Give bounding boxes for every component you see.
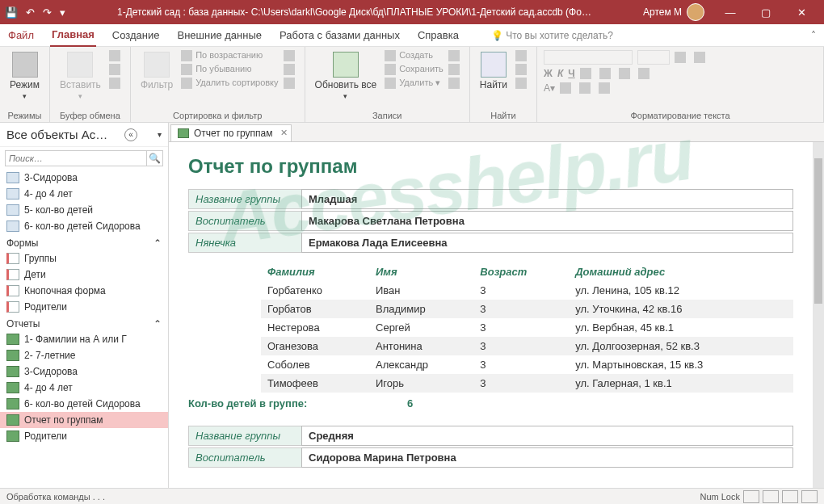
align-left-icon[interactable] xyxy=(580,68,591,79)
highlight-icon[interactable] xyxy=(560,82,571,94)
cut-button[interactable] xyxy=(109,50,124,61)
format-painter-button[interactable] xyxy=(109,78,124,89)
nav-category-reports[interactable]: Отчеты⌃ xyxy=(0,315,168,331)
nav-search-input[interactable] xyxy=(6,151,146,166)
report-icon xyxy=(6,334,19,345)
document-tab[interactable]: Отчет по группам ✕ xyxy=(170,124,292,141)
abc-icon xyxy=(448,64,460,75)
nav-report-item[interactable]: 6- кол-во детей Сидорова xyxy=(0,396,168,412)
value-educator: Сидорова Марина Петровна xyxy=(301,447,793,468)
paste-icon xyxy=(67,52,93,78)
indent-dec-icon[interactable] xyxy=(675,52,686,63)
view-report-icon[interactable] xyxy=(743,490,759,503)
view-print-icon[interactable] xyxy=(763,490,779,503)
nav-report-item[interactable]: 2- 7-летние xyxy=(0,347,168,363)
nav-form-item[interactable]: Дети xyxy=(0,267,168,283)
save-record-button[interactable]: Сохранить xyxy=(385,64,444,75)
bold-button[interactable]: Ж xyxy=(544,68,553,79)
nav-report-item[interactable]: 3-Сидорова xyxy=(0,363,168,380)
query-icon xyxy=(6,188,19,200)
nav-query-item[interactable]: 3-Сидорова xyxy=(0,170,168,186)
avatar[interactable] xyxy=(687,3,704,21)
tab-file[interactable]: Файл xyxy=(6,24,36,46)
minimize-button[interactable]: — xyxy=(713,0,748,24)
tab-create[interactable]: Создание xyxy=(111,24,162,46)
nav-title[interactable]: Все объекты Ac… xyxy=(6,128,107,141)
selection-filter-button[interactable] xyxy=(284,50,298,61)
nav-query-item[interactable]: 4- до 4 лет xyxy=(0,186,168,202)
tab-home[interactable]: Главная xyxy=(50,23,96,47)
nav-query-item[interactable]: 5- кол-во детей xyxy=(0,202,168,218)
new-record-button[interactable]: Создать xyxy=(385,50,444,61)
nav-report-item[interactable]: Отчет по группам xyxy=(0,412,168,428)
tab-external-data[interactable]: Внешние данные xyxy=(175,24,263,46)
toggle-filter-button[interactable] xyxy=(284,78,298,89)
filter-button[interactable]: Фильтр xyxy=(137,50,176,92)
sort-clear-button[interactable]: Удалить сортировку xyxy=(181,78,278,89)
delete-record-button[interactable]: Удалить ▾ xyxy=(385,78,444,89)
font-color-button[interactable]: A▾ xyxy=(544,82,555,94)
font-size-box[interactable] xyxy=(637,50,670,65)
view-design-icon[interactable] xyxy=(801,490,818,503)
tab-help[interactable]: Справка xyxy=(416,24,460,46)
nav-query-item[interactable]: 6- кол-во детей Сидорова xyxy=(0,218,168,234)
collapse-icon: ⌃ xyxy=(153,318,162,330)
underline-button[interactable]: Ч xyxy=(568,68,574,79)
qat-redo-icon[interactable]: ↷ xyxy=(43,6,52,19)
sort-desc-button[interactable]: По убыванию xyxy=(181,64,278,75)
report-icon xyxy=(6,366,19,377)
label-group-name: Название группы xyxy=(188,426,301,446)
align-center-icon[interactable] xyxy=(599,68,611,79)
select-button[interactable] xyxy=(515,78,530,89)
close-tab-icon[interactable]: ✕ xyxy=(280,128,288,138)
spelling-button[interactable] xyxy=(448,64,463,75)
italic-button[interactable]: К xyxy=(557,68,563,79)
nav-category-forms[interactable]: Формы⌃ xyxy=(0,234,168,250)
totals-button[interactable] xyxy=(448,50,463,61)
fill-icon[interactable] xyxy=(579,82,591,94)
nav-form-item[interactable]: Родители xyxy=(0,299,168,315)
ribbon-tabs: Файл Главная Создание Внешние данные Раб… xyxy=(0,24,824,47)
nav-form-item[interactable]: Группы xyxy=(0,250,168,267)
nav-search[interactable]: 🔍 xyxy=(5,150,163,166)
qat-save-icon[interactable]: 💾 xyxy=(5,6,18,19)
sort-asc-button[interactable]: По возрастанию xyxy=(181,50,278,61)
paste-button[interactable]: Вставить▾ xyxy=(57,50,104,102)
user-name[interactable]: Артем М xyxy=(643,6,682,18)
qat-undo-icon[interactable]: ↶ xyxy=(26,6,35,19)
find-button[interactable]: Найти xyxy=(477,50,511,92)
align-icon[interactable] xyxy=(599,82,610,94)
copy-button[interactable] xyxy=(109,64,124,75)
align-right-icon[interactable] xyxy=(619,68,630,79)
more-records-button[interactable] xyxy=(448,78,463,89)
nav-report-item[interactable]: 1- Фамилии на А или Г xyxy=(0,331,168,347)
goto-button[interactable] xyxy=(515,64,530,75)
sort-asc-icon xyxy=(181,50,192,61)
nav-collapse-icon[interactable]: « xyxy=(124,128,137,141)
table-row: НестероваСергей3ул. Вербная, 45 кв.1 xyxy=(261,318,793,337)
font-name-box[interactable] xyxy=(544,50,633,65)
nav-form-item[interactable]: Кнопочная форма xyxy=(0,283,168,299)
close-button[interactable]: ✕ xyxy=(784,0,819,24)
tell-me[interactable]: 💡 Что вы хотите сделать? xyxy=(491,30,797,41)
search-icon[interactable]: 🔍 xyxy=(146,151,162,166)
scrollbar-thumb[interactable] xyxy=(814,158,822,304)
nav-report-item[interactable]: 4- до 4 лет xyxy=(0,380,168,396)
qat-more-icon[interactable]: ▾ xyxy=(60,6,65,19)
ribbon-collapse-icon[interactable]: ˄ xyxy=(811,30,816,41)
tab-title: Отчет по группам xyxy=(194,128,273,139)
replace-button[interactable] xyxy=(515,50,530,61)
vertical-scrollbar[interactable] xyxy=(813,142,824,488)
view-layout-icon[interactable] xyxy=(782,490,798,503)
grid-icon[interactable] xyxy=(638,68,650,79)
advanced-filter-button[interactable] xyxy=(284,64,298,75)
view-button[interactable]: Режим▾ xyxy=(6,50,43,102)
nav-report-item[interactable]: Родители xyxy=(0,428,168,444)
restore-button[interactable]: ▢ xyxy=(748,0,784,24)
col-age: Возраст xyxy=(473,262,569,281)
nav-dropdown-icon[interactable]: ▾ xyxy=(158,130,162,139)
refresh-all-button[interactable]: Обновить все▾ xyxy=(312,50,380,102)
report-preview[interactable]: Отчет по группам Название группы Младшая… xyxy=(169,142,824,488)
tab-database-tools[interactable]: Работа с базами данных xyxy=(278,24,401,46)
indent-inc-icon[interactable] xyxy=(694,52,705,63)
